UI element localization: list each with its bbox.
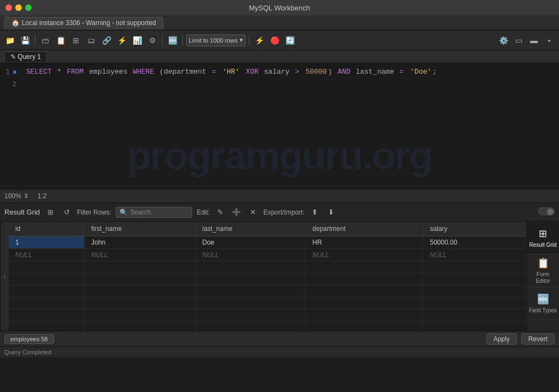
line-numbers: 1 2 — [0, 63, 22, 189]
zoom-level: 100% — [4, 192, 21, 200]
options-button[interactable]: ⚙ — [146, 34, 159, 47]
form-editor-sidebar-label: Form Editor — [529, 271, 557, 284]
limit-rows-label: Limit to 1000 rows — [189, 37, 237, 44]
right-sidebar: ⊞ Result Grid 📋 Form Editor 🔤 Field Type… — [526, 222, 559, 331]
cursor-position: 1:2 — [38, 192, 47, 200]
grid-sidebar-icon: ⊞ — [539, 228, 547, 240]
partition-button[interactable]: 📊 — [130, 34, 144, 47]
import-button[interactable]: ⬇ — [325, 206, 337, 218]
table-cell-salary[interactable]: NULL — [423, 249, 526, 262]
result-tbody: 1JohnDoeHR50000.00NULLNULLNULLNULLNULL — [9, 236, 526, 331]
query-tab[interactable]: ✎ Query 1 — [4, 51, 47, 62]
home-icon: 🏠 — [11, 19, 20, 27]
titlebar: MySQL Workbench — [0, 0, 559, 15]
table-row-empty — [9, 286, 526, 298]
col-header-first-name: first_name — [85, 222, 195, 236]
refresh-button[interactable]: 🔄 — [283, 34, 296, 47]
result-table-container[interactable]: id first_name last_name department salar… — [9, 222, 526, 331]
col-header-last-name: last_name — [195, 222, 306, 236]
sql-line-2 — [26, 78, 555, 88]
limit-dropdown-icon[interactable]: ▾ — [240, 37, 243, 44]
minimize-button[interactable] — [15, 4, 22, 11]
grid-view-button[interactable]: ⊞ — [44, 206, 56, 218]
edit-label: Edit: — [197, 209, 210, 216]
close-button[interactable] — [5, 4, 12, 11]
add-table-button[interactable]: 🗃 — [39, 34, 52, 47]
field-types-sidebar-button[interactable]: 🔤 Field Types — [527, 287, 560, 320]
separator-3 — [182, 35, 183, 46]
result-table: id first_name last_name department salar… — [9, 222, 526, 331]
table-cell-last_name[interactable]: Doe — [195, 236, 306, 249]
field-types-sidebar-label: Field Types — [529, 307, 557, 314]
line-indicator-1 — [13, 70, 16, 74]
zoom-status-bar: 100% ⇕ 1:2 — [0, 189, 559, 203]
result-grid-sidebar-label: Result Grid — [529, 242, 556, 248]
table-cell-id[interactable]: 1 — [9, 236, 85, 249]
revert-button[interactable]: Revert — [521, 334, 555, 345]
filter-rows-label: Filter Rows: — [77, 209, 111, 216]
extra-sidebar-button[interactable]: ⌄ — [527, 320, 560, 331]
zoom-control[interactable]: 100% ⇕ — [4, 192, 29, 200]
view1-button[interactable]: ▭ — [512, 34, 525, 47]
right-panel-toggle[interactable]: › — [0, 222, 9, 331]
status-bar: Query Completed — [0, 346, 559, 357]
form-editor-sidebar-button[interactable]: 📋 Form Editor — [527, 254, 560, 287]
status-text: Query Completed — [4, 349, 51, 355]
table-cell-first_name[interactable]: NULL — [85, 249, 195, 262]
instance-tab[interactable]: 🏠 Local instance 3306 - Warning - not su… — [4, 17, 163, 29]
separator-1 — [35, 35, 35, 46]
result-grid-sidebar-button[interactable]: ⊞ Result Grid — [527, 222, 560, 254]
table-row[interactable]: NULLNULLNULLNULLNULL — [9, 249, 526, 262]
table-cell-department[interactable]: NULL — [306, 249, 423, 262]
delete-row-button[interactable]: ✕ — [247, 206, 259, 218]
execute-button[interactable]: ⚡ — [253, 34, 266, 47]
instance-tab-label: Local instance 3306 - Warning - not supp… — [22, 19, 156, 27]
save-button[interactable]: 💾 — [19, 34, 32, 47]
table-cell-last_name[interactable]: NULL — [195, 249, 306, 262]
form-editor-icon: 📋 — [537, 257, 549, 269]
sql-select: SELECT — [26, 67, 52, 78]
trigger-button[interactable]: ⚡ — [115, 34, 128, 47]
settings-button[interactable]: ⚙️ — [497, 34, 510, 47]
insert-row-button[interactable]: ➕ — [230, 206, 242, 218]
col-header-department: department — [306, 222, 423, 236]
stop-button[interactable]: 🔴 — [268, 34, 281, 47]
search-placeholder: Search — [130, 209, 151, 216]
sql-editor: 1 2 SELECT * FROM employees WHERE (depar… — [0, 63, 559, 189]
table-row-empty — [9, 310, 526, 322]
foreign-key-button[interactable]: 🔗 — [100, 34, 113, 47]
maximize-button[interactable] — [25, 4, 32, 11]
export-button[interactable]: ⬆ — [309, 206, 321, 218]
chevron-down-icon: ⌄ — [539, 330, 547, 331]
footer-tab[interactable]: employees 58 — [4, 334, 54, 344]
line-number-2: 2 — [12, 79, 20, 90]
table-cell-id[interactable]: NULL — [9, 249, 85, 262]
zoom-arrows[interactable]: ⇕ — [23, 192, 29, 200]
table-cell-first_name[interactable]: John — [85, 236, 195, 249]
open-folder-button[interactable]: 📁 — [3, 34, 16, 47]
table-row-empty — [9, 298, 526, 310]
view3-button[interactable]: ▪ — [543, 34, 556, 47]
code-area[interactable]: SELECT * FROM employees WHERE (departmen… — [22, 63, 559, 189]
table-cell-department[interactable]: HR — [306, 236, 423, 249]
view2-button[interactable]: ▬ — [527, 34, 540, 47]
table-row[interactable]: 1JohnDoeHR50000.00 — [9, 236, 526, 249]
app-title: MySQL Workbench — [249, 4, 310, 12]
refresh-result-button[interactable]: ↺ — [61, 206, 73, 218]
query-tab-bar: ✎ Query 1 — [0, 50, 559, 63]
edit-table-button[interactable]: 📋 — [54, 34, 67, 47]
table-cell-salary[interactable]: 50000.00 — [423, 236, 526, 249]
editor-content[interactable]: 1 2 SELECT * FROM employees WHERE (depar… — [0, 63, 559, 189]
query-icon: ✎ — [10, 53, 17, 61]
tabbar: 🏠 Local instance 3306 - Warning - not su… — [0, 15, 559, 31]
limit-rows-control[interactable]: Limit to 1000 rows ▾ — [186, 34, 246, 46]
search-box[interactable]: 🔍 Search — [116, 207, 192, 218]
export-label: Export/Import: — [263, 209, 304, 216]
apply-button[interactable]: Apply — [486, 334, 517, 345]
edit-row-button[interactable]: ✎ — [214, 206, 226, 218]
columns-button[interactable]: ⊞ — [69, 34, 82, 47]
table-header-row: id first_name last_name department salar… — [9, 222, 526, 236]
index-button[interactable]: 🗂 — [85, 34, 98, 47]
separator-4 — [249, 35, 249, 46]
schema-button[interactable]: 🔤 — [166, 34, 179, 47]
